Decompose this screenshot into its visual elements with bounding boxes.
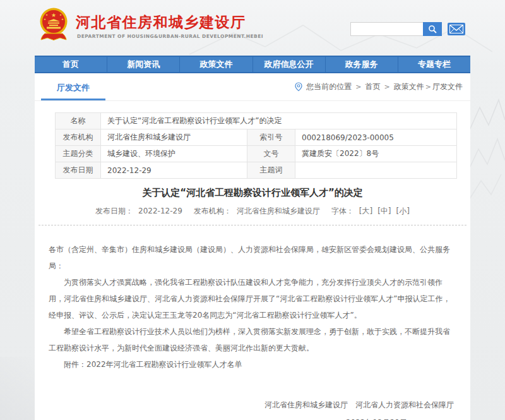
article-body: 各市（含定州、辛集市）住房和城乡建设局（建设局）、人力资源和社会保障局，雄安新区…	[35, 225, 470, 420]
nav-item-services[interactable]: 政务服务	[326, 57, 398, 72]
table-row: 名称 关于认定“河北省工程勘察设计行业领军人才”的决定	[56, 113, 457, 129]
info-value-category: 城乡建设、环境保护	[101, 146, 247, 162]
nav-item-gov-info[interactable]: 政府信息公开	[253, 57, 326, 72]
info-value-date: 2022-12-29	[101, 162, 247, 179]
tab-dept-documents[interactable]: 厅发文件	[41, 73, 105, 100]
table-row: 发布机构 河北省住房和城乡建设厅 索引号 000218069/2023-0000…	[56, 129, 457, 146]
info-label-name: 名称	[56, 113, 101, 129]
table-row: 主题分类 城乡建设、环境保护 文号 冀建质安〔2022〕8号	[56, 146, 457, 162]
table-row: 发布日期 2022-12-29 主题词	[56, 162, 457, 179]
info-value-docnum: 冀建质安〔2022〕8号	[295, 146, 457, 162]
info-label-category: 主题分类	[56, 146, 101, 162]
font-size-small-button[interactable]: [小]	[396, 207, 410, 215]
search-icon	[428, 25, 437, 33]
content-panel: 厅发文件 您当前的位置 > 首页 > 政策文件 > 厅发文件 名称 关于认定“河…	[35, 73, 470, 420]
article-title: 关于认定“河北省工程勘察设计行业领军人才”的决定	[35, 187, 470, 199]
publish-org: 河北省住房和城乡建设厅	[237, 207, 320, 215]
nav-item-topics[interactable]: 专题专栏	[398, 57, 470, 72]
breadcrumb-policy[interactable]: 政策文件	[394, 81, 424, 92]
breadcrumb-prefix: 您当前的位置	[306, 81, 352, 92]
svg-text:★: ★	[61, 18, 64, 21]
mail-icon	[449, 25, 463, 33]
signature-orgs: 河北省住房和城乡建设厅 河北省人力资源和社会保障厅	[49, 397, 456, 413]
article-meta: 发布日期：2022-12-29发布机构：河北省住房和城乡建设厅字体：[大][中]…	[35, 206, 470, 217]
info-label-keyword: 主题词	[247, 162, 295, 179]
location-pin-icon	[295, 82, 302, 92]
article-paragraph: 为贯彻落实人才强冀战略，强化我省工程勘察设计队伍建设和人才竞争能力，充分发挥行业…	[49, 274, 456, 323]
info-label-date: 发布日期	[56, 162, 101, 179]
mail-button[interactable]	[448, 23, 465, 35]
svg-text:★: ★	[51, 12, 56, 18]
breadcrumb: 您当前的位置 > 首页 > 政策文件 > 厅发文件	[295, 73, 463, 100]
signature-date: 2022年12月29日	[49, 414, 456, 420]
site-title: 河北省住房和城乡建设厅	[76, 13, 246, 32]
national-emblem-logo: ★ ★ ★ ★ ★	[39, 8, 68, 42]
publish-date-label: 发布日期：	[95, 207, 133, 215]
nav-item-home[interactable]: 首页	[35, 57, 107, 72]
info-value-name: 关于认定“河北省工程勘察设计行业领军人才”的决定	[101, 113, 457, 129]
search-button[interactable]	[423, 22, 442, 36]
breadcrumb-home[interactable]: 首页	[365, 81, 381, 92]
publish-org-label: 发布机构：	[194, 207, 232, 215]
nav-item-news[interactable]: 新闻资讯	[107, 57, 180, 72]
site-header: ★ ★ ★ ★ ★ 河北省住房和城乡建设厅 DEPARTMENT OF HOUS…	[0, 0, 505, 56]
breadcrumb-current[interactable]: 厅发文件	[432, 81, 463, 92]
svg-text:★: ★	[45, 13, 48, 16]
attachment-line: 附件：2022年河北省工程勘察设计行业领军人才名单	[49, 356, 456, 373]
font-size-medium-button[interactable]: [中]	[377, 207, 391, 215]
font-size-label: 字体：	[331, 207, 354, 215]
info-value-index: 000218069/2023-00005	[295, 129, 457, 146]
tab-bar: 厅发文件 您当前的位置 > 首页 > 政策文件 > 厅发文件	[35, 73, 470, 101]
font-size-large-button[interactable]: [大]	[359, 207, 372, 215]
article-paragraph: 各市（含定州、辛集市）住房和城乡建设局（建设局）、人力资源和社会保障局，雄安新区…	[49, 241, 456, 274]
publish-date: 2022-12-29	[138, 207, 182, 215]
svg-text:★: ★	[59, 13, 62, 16]
info-value-org: 河北省住房和城乡建设厅	[101, 129, 247, 146]
breadcrumb-separator: >	[355, 83, 361, 91]
mountain-watermark	[468, 95, 505, 202]
search-input[interactable]	[350, 22, 423, 36]
search-bar	[350, 22, 442, 36]
breadcrumb-separator: >	[384, 83, 390, 91]
info-label-docnum: 文号	[247, 146, 295, 162]
info-label-org: 发布机构	[56, 129, 101, 146]
document-info-table: 名称 关于认定“河北省工程勘察设计行业领军人才”的决定 发布机构 河北省住房和城…	[55, 112, 457, 179]
site-subtitle: DEPARTMENT OF HOUSING&URBAN-RURAL DEVELO…	[77, 33, 263, 39]
page-root: ★ ★ ★ ★ ★ 河北省住房和城乡建设厅 DEPARTMENT OF HOUS…	[0, 0, 505, 420]
nav-item-policy[interactable]: 政策文件	[180, 57, 252, 72]
info-value-keyword	[295, 162, 457, 179]
svg-text:★: ★	[44, 18, 46, 21]
breadcrumb-separator: >	[425, 83, 431, 91]
main-nav: 首页 新闻资讯 政策文件 政府信息公开 政务服务 专题专栏	[35, 56, 470, 73]
article-paragraph: 希望全省工程勘察设计行业技术人员以他们为榜样，深入贯彻落实新发展理念，勇于创新，…	[49, 323, 456, 356]
info-label-index: 索引号	[247, 129, 295, 146]
